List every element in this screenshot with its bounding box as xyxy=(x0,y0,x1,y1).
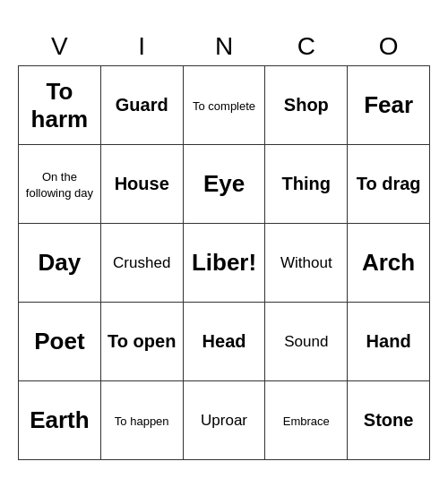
table-cell: Thing xyxy=(265,145,348,224)
table-cell: Eye xyxy=(183,145,265,224)
cell-text: Thing xyxy=(282,174,331,193)
cell-text: On the following day xyxy=(26,170,93,200)
table-cell: To happen xyxy=(100,381,183,460)
column-header: V xyxy=(19,27,101,66)
header-row: VINCO xyxy=(19,27,430,66)
table-cell: On the following day xyxy=(19,145,101,224)
table-cell: To open xyxy=(100,303,183,381)
table-cell: House xyxy=(100,145,183,224)
table-cell: Fear xyxy=(348,66,430,145)
cell-text: Stone xyxy=(364,410,414,430)
cell-text: To happen xyxy=(115,414,169,428)
table-cell: Sound xyxy=(265,303,348,381)
cell-text: Arch xyxy=(362,249,415,276)
table-cell: Uproar xyxy=(183,381,265,460)
cell-text: Eye xyxy=(203,170,245,197)
table-cell: Poet xyxy=(19,303,101,381)
column-header: C xyxy=(265,27,348,66)
cell-text: Shop xyxy=(284,95,329,115)
table-row: On the following dayHouseEyeThingTo drag xyxy=(19,145,430,224)
cell-text: To complete xyxy=(193,99,255,113)
table-row: DayCrushedLiber!WithoutArch xyxy=(19,224,430,303)
table-cell: Guard xyxy=(100,66,183,145)
table-cell: Stone xyxy=(348,381,430,460)
table-cell: Day xyxy=(19,224,101,303)
cell-text: Without xyxy=(280,254,332,271)
table-cell: To drag xyxy=(348,145,430,224)
cell-text: Crushed xyxy=(113,254,170,271)
cell-text: Poet xyxy=(34,328,84,355)
cell-text: To open xyxy=(108,331,176,351)
table-cell: Embrace xyxy=(265,381,348,460)
table-row: PoetTo openHeadSoundHand xyxy=(19,303,430,381)
cell-text: House xyxy=(115,174,169,193)
table-cell: Head xyxy=(183,303,265,381)
table-cell: Shop xyxy=(265,66,348,145)
table-cell: Without xyxy=(265,224,348,303)
cell-text: Uproar xyxy=(201,412,247,429)
table-cell: Liber! xyxy=(183,224,265,303)
table-row: EarthTo happenUproarEmbraceStone xyxy=(19,381,430,460)
table-cell: To complete xyxy=(183,66,265,145)
cell-text: Earth xyxy=(30,406,89,433)
table-cell: Arch xyxy=(348,224,430,303)
column-header: I xyxy=(100,27,183,66)
bingo-table: VINCO To harmGuardTo completeShopFearOn … xyxy=(18,27,430,461)
cell-text: Head xyxy=(202,331,246,351)
table-cell: To harm xyxy=(19,66,101,145)
cell-text: Day xyxy=(39,249,82,276)
cell-text: Sound xyxy=(284,333,328,350)
table-cell: Earth xyxy=(19,381,101,460)
column-header: N xyxy=(183,27,265,66)
cell-text: Hand xyxy=(366,331,411,351)
cell-text: To drag xyxy=(357,174,421,193)
cell-text: Embrace xyxy=(283,414,330,428)
table-row: To harmGuardTo completeShopFear xyxy=(19,66,430,145)
table-cell: Crushed xyxy=(100,224,183,303)
column-header: O xyxy=(348,27,430,66)
table-cell: Hand xyxy=(348,303,430,381)
cell-text: Guard xyxy=(116,95,168,115)
cell-text: Fear xyxy=(364,91,413,118)
cell-text: Liber! xyxy=(192,249,256,276)
cell-text: To harm xyxy=(31,78,89,132)
